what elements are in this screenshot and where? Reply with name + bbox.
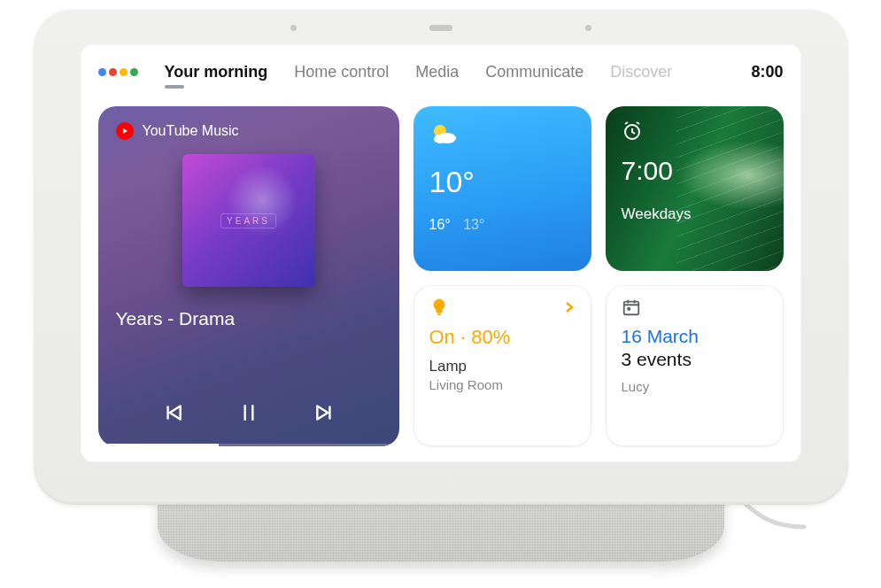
svg-rect-3 <box>437 313 441 315</box>
youtube-music-icon <box>116 122 134 140</box>
mic-hole-left <box>290 25 297 31</box>
playback-progress[interactable] <box>98 444 399 446</box>
tab-media[interactable]: Media <box>415 63 459 81</box>
music-provider: YouTube Music <box>116 122 382 140</box>
svg-rect-5 <box>623 302 638 315</box>
light-name: Lamp <box>429 358 576 375</box>
light-room: Living Room <box>429 377 576 392</box>
tab-discover[interactable]: Discover <box>610 63 672 81</box>
pause-button[interactable] <box>236 400 261 425</box>
track-title: Years - Drama <box>116 308 382 329</box>
tab-home-control[interactable]: Home control <box>294 63 389 81</box>
assistant-icon[interactable] <box>98 68 138 76</box>
chevron-right-icon <box>563 301 576 313</box>
top-bar: Your morningHome controlMediaCommunicate… <box>98 57 784 87</box>
calendar-card[interactable]: 16 March 3 events Lucy <box>606 285 784 446</box>
music-card[interactable]: YouTube Music YEARS Years - Drama <box>98 106 399 446</box>
alarm-card[interactable]: 7:00 Weekdays <box>606 106 784 271</box>
music-provider-label: YouTube Music <box>143 123 239 139</box>
calendar-event-count: 3 events <box>622 349 768 370</box>
next-track-button[interactable] <box>313 400 337 425</box>
home-screen: Your morningHome controlMediaCommunicate… <box>81 44 801 462</box>
camera-slot <box>429 25 452 31</box>
weather-icon <box>429 120 458 149</box>
tab-strip: Your morningHome controlMediaCommunicate… <box>165 63 673 81</box>
temp-high: 16° <box>429 217 451 232</box>
alarm-background-leaf <box>676 106 784 271</box>
alarm-time: 7:00 <box>622 156 768 186</box>
temp-low: 13° <box>463 217 484 232</box>
temperature-range: 16° 13° <box>429 217 576 233</box>
calendar-icon <box>622 298 641 317</box>
playback-controls <box>116 400 382 430</box>
album-art-text: YEARS <box>220 213 276 228</box>
alarm-days: Weekdays <box>622 205 768 223</box>
temperature: 10° <box>429 165 576 199</box>
calendar-owner: Lucy <box>622 379 768 394</box>
alarm-clock-icon <box>622 120 643 142</box>
clock: 8:00 <box>751 63 783 81</box>
svg-point-6 <box>628 308 630 310</box>
card-grid: YouTube Music YEARS Years - Drama <box>98 106 784 446</box>
light-state: On · 80% <box>429 326 576 349</box>
previous-track-button[interactable] <box>160 400 185 425</box>
tab-communicate[interactable]: Communicate <box>485 63 583 81</box>
svg-point-2 <box>434 135 446 143</box>
lightbulb-icon <box>429 298 449 317</box>
weather-card[interactable]: 10° 16° 13° <box>413 106 591 271</box>
tab-your-morning[interactable]: Your morning <box>165 63 268 81</box>
device-frame: Your morningHome controlMediaCommunicate… <box>34 9 848 505</box>
mic-hole-right <box>585 25 591 31</box>
album-art: YEARS <box>182 154 315 287</box>
calendar-date: 16 March <box>622 326 768 347</box>
product-photo: Your morningHome controlMediaCommunicate… <box>0 0 881 588</box>
light-card[interactable]: On · 80% Lamp Living Room <box>413 285 591 446</box>
